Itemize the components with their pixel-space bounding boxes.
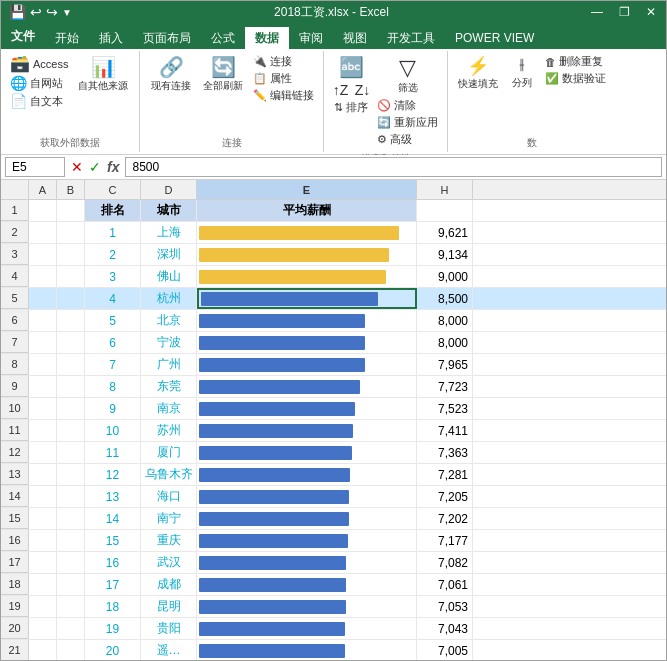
cell-b13[interactable]: [57, 464, 85, 485]
cell-b11[interactable]: [57, 420, 85, 441]
access-button[interactable]: 🗃️ Access: [7, 53, 71, 74]
tab-data[interactable]: 数据: [245, 27, 289, 49]
filter-button[interactable]: ▽ 筛选: [374, 53, 441, 97]
other-sources-button[interactable]: 📊 自其他来源: [73, 53, 133, 95]
tab-start[interactable]: 开始: [45, 27, 89, 49]
cell-h1[interactable]: [417, 200, 473, 221]
tab-review[interactable]: 审阅: [289, 27, 333, 49]
cell-c5[interactable]: 4: [85, 288, 141, 309]
flash-fill-button[interactable]: ⚡ 快速填充: [454, 53, 502, 93]
cell-c10[interactable]: 9: [85, 398, 141, 419]
sort-asc-button[interactable]: ↑Z: [330, 81, 350, 99]
cell-a13[interactable]: [29, 464, 57, 485]
cell-e15[interactable]: [197, 508, 417, 529]
cell-b15[interactable]: [57, 508, 85, 529]
cell-d3[interactable]: 深圳: [141, 244, 197, 265]
cell-c7[interactable]: 6: [85, 332, 141, 353]
cell-b5[interactable]: [57, 288, 85, 309]
cell-b20[interactable]: [57, 618, 85, 639]
cell-reference-input[interactable]: [5, 157, 65, 177]
cell-a20[interactable]: [29, 618, 57, 639]
cell-d21[interactable]: 遥…: [141, 640, 197, 660]
cell-e9[interactable]: [197, 376, 417, 397]
cell-c13[interactable]: 12: [85, 464, 141, 485]
advanced-button[interactable]: ⚙ 高级: [374, 131, 441, 148]
cell-e1[interactable]: 平均薪酬: [197, 200, 417, 221]
cell-c3[interactable]: 2: [85, 244, 141, 265]
cell-d15[interactable]: 南宁: [141, 508, 197, 529]
cell-d12[interactable]: 厦门: [141, 442, 197, 463]
cell-b21[interactable]: [57, 640, 85, 660]
cell-a16[interactable]: [29, 530, 57, 551]
cell-e7[interactable]: [197, 332, 417, 353]
col-header-c[interactable]: C: [85, 180, 141, 199]
cell-e19[interactable]: [197, 596, 417, 617]
cell-d16[interactable]: 重庆: [141, 530, 197, 551]
clear-button[interactable]: 🚫 清除: [374, 97, 441, 114]
cell-b18[interactable]: [57, 574, 85, 595]
cell-d4[interactable]: 佛山: [141, 266, 197, 287]
cell-b1[interactable]: [57, 200, 85, 221]
col-header-e[interactable]: E: [197, 180, 417, 199]
file-tab[interactable]: 文件: [1, 23, 45, 49]
cell-b4[interactable]: [57, 266, 85, 287]
cell-a7[interactable]: [29, 332, 57, 353]
redo-icon[interactable]: ↪: [46, 4, 58, 20]
connections-button[interactable]: 🔌 连接: [250, 53, 317, 70]
insert-function-icon[interactable]: fx: [105, 159, 121, 175]
reapply-button[interactable]: 🔄 重新应用: [374, 114, 441, 131]
cell-a10[interactable]: [29, 398, 57, 419]
customize-icon[interactable]: ▼: [62, 7, 72, 18]
cell-a4[interactable]: [29, 266, 57, 287]
tab-page-layout[interactable]: 页面布局: [133, 27, 201, 49]
cell-a17[interactable]: [29, 552, 57, 573]
cell-d17[interactable]: 武汉: [141, 552, 197, 573]
data-validation-button[interactable]: ✅ 数据验证: [542, 70, 609, 87]
cell-e6[interactable]: [197, 310, 417, 331]
cell-e21[interactable]: [197, 640, 417, 660]
tab-developer[interactable]: 开发工具: [377, 27, 445, 49]
sheet-data-container[interactable]: 1 排名 城市 平均薪酬 2 1 上海 9,621 3 2 深圳 9,134: [1, 200, 666, 660]
cell-c17[interactable]: 16: [85, 552, 141, 573]
cell-c2[interactable]: 1: [85, 222, 141, 243]
cell-c16[interactable]: 15: [85, 530, 141, 551]
cell-a19[interactable]: [29, 596, 57, 617]
tab-formula[interactable]: 公式: [201, 27, 245, 49]
cell-a2[interactable]: [29, 222, 57, 243]
cell-a12[interactable]: [29, 442, 57, 463]
col-header-b[interactable]: B: [57, 180, 85, 199]
cell-d7[interactable]: 宁波: [141, 332, 197, 353]
col-header-h[interactable]: H: [417, 180, 473, 199]
cell-e16[interactable]: [197, 530, 417, 551]
cell-e4[interactable]: [197, 266, 417, 287]
cell-b9[interactable]: [57, 376, 85, 397]
cell-a14[interactable]: [29, 486, 57, 507]
cell-d6[interactable]: 北京: [141, 310, 197, 331]
split-column-button[interactable]: ⫲ 分列: [504, 53, 540, 92]
cell-a1[interactable]: [29, 200, 57, 221]
cell-c20[interactable]: 19: [85, 618, 141, 639]
cell-c12[interactable]: 11: [85, 442, 141, 463]
cell-a9[interactable]: [29, 376, 57, 397]
properties-button[interactable]: 📋 属性: [250, 70, 317, 87]
cell-e2[interactable]: [197, 222, 417, 243]
cell-c15[interactable]: 14: [85, 508, 141, 529]
cell-a3[interactable]: [29, 244, 57, 265]
cell-d2[interactable]: 上海: [141, 222, 197, 243]
cell-b12[interactable]: [57, 442, 85, 463]
sort-desc-button[interactable]: Z↓: [352, 81, 372, 99]
cell-c4[interactable]: 3: [85, 266, 141, 287]
cell-b19[interactable]: [57, 596, 85, 617]
restore-button[interactable]: ❐: [611, 1, 638, 23]
edit-links-button[interactable]: ✏️ 编辑链接: [250, 87, 317, 104]
cell-d8[interactable]: 广州: [141, 354, 197, 375]
cell-a15[interactable]: [29, 508, 57, 529]
cell-d10[interactable]: 南京: [141, 398, 197, 419]
cell-c8[interactable]: 7: [85, 354, 141, 375]
close-button[interactable]: ✕: [638, 1, 664, 23]
cell-e12[interactable]: [197, 442, 417, 463]
tab-power-view[interactable]: POWER VIEW: [445, 27, 544, 49]
cell-c18[interactable]: 17: [85, 574, 141, 595]
minimize-button[interactable]: —: [583, 1, 611, 23]
existing-connections-button[interactable]: 🔗 现有连接: [146, 53, 196, 95]
